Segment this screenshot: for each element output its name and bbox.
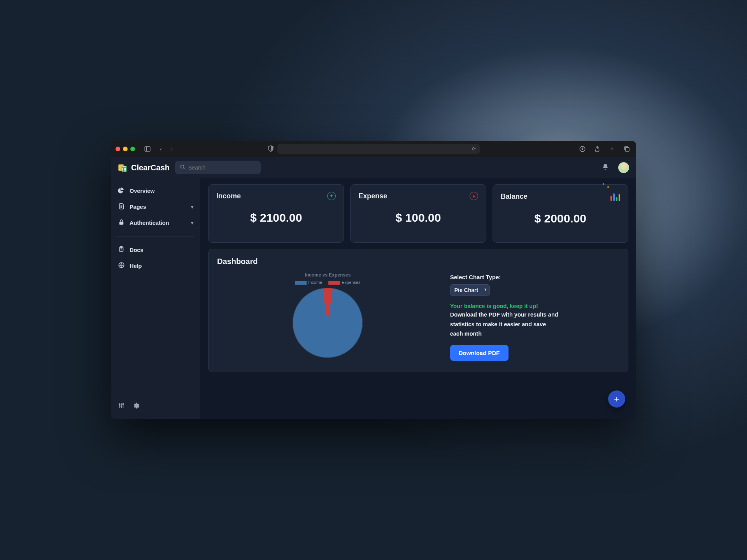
svg-rect-23 xyxy=(121,247,123,248)
svg-point-32 xyxy=(123,404,124,405)
chart-select-label: Select Chart Type: xyxy=(450,274,619,280)
card-value: $ 100.00 xyxy=(358,211,478,224)
address-bar[interactable]: ⟳ xyxy=(277,144,480,154)
bar-chart-icon xyxy=(610,192,620,201)
svg-rect-7 xyxy=(122,168,123,169)
chevron-down-icon: ▾ xyxy=(191,220,193,226)
document-icon xyxy=(118,203,125,211)
svg-rect-12 xyxy=(125,169,126,170)
search-input[interactable] xyxy=(188,164,256,171)
sidebar-item-docs[interactable]: Docs xyxy=(115,242,196,258)
lock-icon xyxy=(118,219,125,227)
svg-rect-14 xyxy=(124,170,124,171)
svg-rect-6 xyxy=(122,166,126,167)
brand-logo-icon xyxy=(118,163,128,173)
chart: Income vs Expenses Income Expenses xyxy=(217,271,438,361)
svg-rect-15 xyxy=(125,170,126,171)
chevron-down-icon: ▾ xyxy=(191,204,193,210)
sidebar-item-label: Pages xyxy=(130,204,146,210)
card-title: Balance xyxy=(501,192,528,201)
balance-status: Your balance is good, keep it up! xyxy=(450,303,619,309)
search-box[interactable] xyxy=(175,161,261,174)
content: Income $ 2100.00 Expense xyxy=(200,178,636,419)
svg-rect-21 xyxy=(119,222,124,225)
chart-title: Income vs Expenses xyxy=(305,272,351,278)
back-button[interactable]: ‹ xyxy=(156,144,165,154)
card-title: Income xyxy=(216,192,241,200)
svg-point-16 xyxy=(181,165,184,168)
notifications-icon[interactable] xyxy=(602,163,609,172)
pie-chart xyxy=(288,283,368,363)
svg-point-28 xyxy=(119,404,120,405)
sidebar-item-label: Authentication xyxy=(130,220,169,226)
sidebar-item-label: Docs xyxy=(130,247,143,253)
globe-icon xyxy=(118,262,125,270)
plus-icon: ＋ xyxy=(612,393,621,405)
gear-icon[interactable] xyxy=(133,402,140,411)
app-topnav: ClearCash xyxy=(111,157,636,178)
arrow-up-circle-icon xyxy=(327,192,336,200)
share-icon[interactable] xyxy=(593,144,602,154)
titlebar: ‹ › ⟳ ＋ xyxy=(111,141,636,157)
reload-icon[interactable]: ⟳ xyxy=(472,146,476,152)
brand[interactable]: ClearCash xyxy=(118,163,170,173)
svg-line-17 xyxy=(184,168,185,169)
minimize-window-icon[interactable] xyxy=(123,147,128,151)
legend-label: Income xyxy=(308,280,322,285)
add-fab-button[interactable]: ＋ xyxy=(608,390,625,408)
sidebar-item-authentication[interactable]: Authentication ▾ xyxy=(115,215,196,231)
svg-rect-9 xyxy=(125,168,126,169)
sidebar-item-overview[interactable]: Overview xyxy=(115,183,196,199)
new-tab-icon[interactable]: ＋ xyxy=(607,144,617,154)
pie-chart-icon xyxy=(118,187,125,195)
browser-window: ‹ › ⟳ ＋ xyxy=(111,141,636,419)
card-balance: Balance $ 2000.00 xyxy=(493,184,628,243)
sidebar-item-label: Overview xyxy=(130,188,155,194)
window-controls xyxy=(116,147,135,151)
close-window-icon[interactable] xyxy=(116,147,120,151)
svg-rect-8 xyxy=(124,168,124,169)
fullscreen-window-icon[interactable] xyxy=(130,147,135,151)
svg-point-30 xyxy=(121,406,122,407)
svg-rect-3 xyxy=(625,147,629,151)
chart-legend: Income Expenses xyxy=(295,280,360,285)
svg-rect-10 xyxy=(122,169,123,170)
avatar[interactable] xyxy=(618,162,629,173)
card-income: Income $ 2100.00 xyxy=(208,184,344,243)
sidebar-item-help[interactable]: Help xyxy=(115,258,196,274)
legend-label: Expenses xyxy=(342,280,360,285)
sidebar-toggle-icon[interactable] xyxy=(143,144,152,154)
dashboard-panel: Dashboard Income vs Expenses Income Expe… xyxy=(208,249,628,372)
svg-rect-0 xyxy=(145,147,150,151)
sidebar: Overview Pages ▾ Authentication ▾ xyxy=(111,178,200,419)
chart-type-select[interactable]: Pie Chart xyxy=(450,284,490,296)
download-pdf-button[interactable]: Download PDF xyxy=(450,345,509,361)
privacy-shield-icon[interactable] xyxy=(267,145,274,153)
sliders-icon[interactable] xyxy=(118,402,125,411)
clipboard-icon xyxy=(118,246,125,254)
sidebar-item-pages[interactable]: Pages ▾ xyxy=(115,199,196,215)
downloads-icon[interactable] xyxy=(578,144,587,154)
card-title: Expense xyxy=(358,192,387,200)
sidebar-item-label: Help xyxy=(130,263,142,269)
svg-rect-13 xyxy=(122,170,123,171)
brand-name: ClearCash xyxy=(131,163,170,172)
forward-button[interactable]: › xyxy=(167,144,176,154)
tabs-overview-icon[interactable] xyxy=(622,144,631,154)
svg-rect-11 xyxy=(124,169,124,170)
arrow-down-circle-icon xyxy=(470,192,478,200)
card-expense: Expense $ 100.00 xyxy=(350,184,486,243)
download-desc: Download the PDF with your results and s… xyxy=(450,310,559,339)
card-value: $ 2100.00 xyxy=(216,211,336,224)
search-icon xyxy=(180,164,185,171)
card-value: $ 2000.00 xyxy=(501,212,620,225)
divider xyxy=(116,236,195,236)
panel-title: Dashboard xyxy=(217,257,619,266)
